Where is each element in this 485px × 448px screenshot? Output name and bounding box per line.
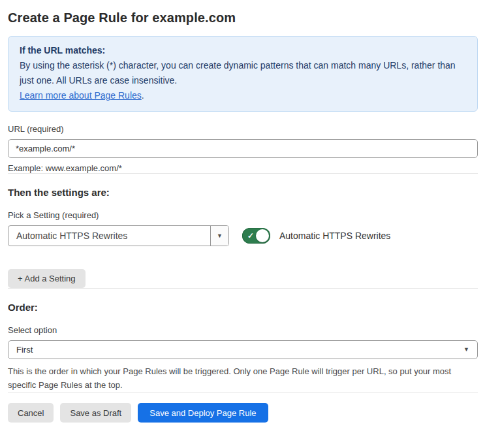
save-as-draft-button[interactable]: Save as Draft bbox=[60, 403, 131, 423]
footer-actions: Cancel Save as Draft Save and Deploy Pag… bbox=[8, 403, 478, 423]
info-box-heading: If the URL matches: bbox=[20, 43, 466, 58]
page-rule-form: Create a Page Rule for example.com If th… bbox=[0, 0, 485, 423]
setting-toggle-label: Automatic HTTPS Rewrites bbox=[279, 231, 390, 241]
url-input[interactable] bbox=[8, 139, 478, 158]
url-label: URL (required) bbox=[8, 124, 478, 134]
settings-heading: Then the settings are: bbox=[8, 187, 478, 198]
divider bbox=[8, 173, 478, 174]
save-and-deploy-button[interactable]: Save and Deploy Page Rule bbox=[138, 403, 268, 423]
check-icon: ✓ bbox=[247, 231, 254, 241]
setting-toggle[interactable]: ✓ bbox=[242, 228, 270, 244]
page-title: Create a Page Rule for example.com bbox=[8, 10, 478, 25]
link-period: . bbox=[142, 90, 144, 101]
url-matches-info-box: If the URL matches: By using the asteris… bbox=[8, 36, 478, 112]
order-select-label: Select option bbox=[8, 325, 478, 335]
add-setting-button[interactable]: + Add a Setting bbox=[8, 269, 86, 288]
cancel-button[interactable]: Cancel bbox=[8, 403, 54, 423]
learn-more-link[interactable]: Learn more about Page Rules bbox=[20, 90, 142, 101]
chevron-down-icon: ▼ bbox=[217, 233, 223, 239]
chevron-down-icon: ▼ bbox=[463, 347, 469, 353]
order-select[interactable]: First ▼ bbox=[8, 340, 478, 359]
toggle-knob bbox=[256, 229, 269, 242]
setting-dropdown-value: Automatic HTTPS Rewrites bbox=[8, 226, 210, 246]
setting-row: Automatic HTTPS Rewrites ▼ ✓ Automatic H… bbox=[8, 225, 478, 246]
setting-dropdown-button[interactable]: ▼ bbox=[210, 226, 228, 246]
setting-dropdown[interactable]: Automatic HTTPS Rewrites ▼ bbox=[8, 225, 229, 246]
order-heading: Order: bbox=[8, 302, 478, 313]
info-box-body: By using the asterisk (*) character, you… bbox=[20, 58, 466, 88]
order-help-text: This is the order in which your Page Rul… bbox=[8, 364, 478, 392]
url-example-text: Example: www.example.com/* bbox=[8, 163, 478, 173]
divider bbox=[8, 288, 478, 289]
setting-picker-label: Pick a Setting (required) bbox=[8, 210, 478, 220]
divider bbox=[8, 392, 478, 392]
order-select-value: First bbox=[16, 345, 33, 355]
info-box-link-line: Learn more about Page Rules. bbox=[20, 88, 466, 103]
